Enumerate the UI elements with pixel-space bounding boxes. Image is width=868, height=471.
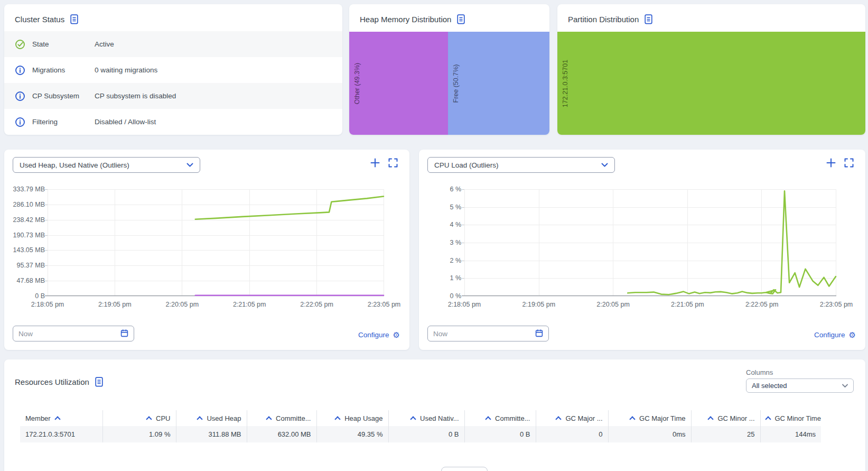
metric-selector[interactable]: CPU Load (Outliers) xyxy=(427,157,615,173)
series-cpu-load xyxy=(628,191,836,294)
status-row: StateActive xyxy=(4,31,342,57)
configure-label: Configure xyxy=(814,331,845,339)
resources-table: MemberCPUUsed HeapCommitte...Heap UsageU… xyxy=(20,410,821,442)
add-chart-icon[interactable] xyxy=(370,158,380,168)
column-header-label: GC Minor Time xyxy=(775,414,821,422)
x-axis-tick: 2:20:05 pm xyxy=(166,301,199,308)
status-row-label: Filtering xyxy=(32,118,95,126)
column-header-heap-usage[interactable]: Heap Usage xyxy=(316,410,388,426)
sort-asc-icon[interactable] xyxy=(629,416,635,422)
y-axis-tick: 286.10 MB xyxy=(4,201,45,208)
document-icon[interactable] xyxy=(644,14,653,24)
columns-select[interactable]: All selected xyxy=(746,378,854,393)
y-axis-tick: 143.05 MB xyxy=(4,246,45,254)
chevron-down-icon xyxy=(601,161,608,169)
y-axis-tick: 2 % xyxy=(419,257,461,264)
column-header-label: Heap Usage xyxy=(344,414,382,422)
sort-asc-icon[interactable] xyxy=(410,416,416,422)
sort-asc-icon[interactable] xyxy=(266,416,272,422)
table-cell: 632.00 MB xyxy=(247,426,316,442)
y-axis-tick: 95.37 MB xyxy=(4,262,45,269)
fullscreen-icon[interactable] xyxy=(844,158,854,168)
segment-label: Free (50.7%) xyxy=(452,64,460,103)
metric-selector[interactable]: Used Heap, Used Native (Outliers) xyxy=(13,157,200,173)
sort-asc-icon[interactable] xyxy=(556,416,562,422)
table-cell: 144ms xyxy=(760,426,821,442)
partition-distribution-card: Partition Distribution 172.21.0.3:5701 xyxy=(557,4,865,135)
partition-distribution-title: Partition Distribution xyxy=(568,15,639,24)
time-filter-value: Now xyxy=(18,330,33,338)
column-header-gc-major[interactable]: GC Major ... xyxy=(536,410,608,426)
table-row[interactable]: 172.21.0.3:57011.09 %311.88 MB632.00 MB4… xyxy=(20,426,821,442)
info-circle-icon xyxy=(15,91,25,101)
cluster-status-title: Cluster Status xyxy=(15,15,64,24)
column-header-committe[interactable]: Committe... xyxy=(464,410,536,426)
column-header-gc-major-time[interactable]: GC Major Time xyxy=(608,410,691,426)
used-heap-chart: 333.79 MB286.10 MB238.42 MB190.73 MB143.… xyxy=(4,150,409,350)
document-icon[interactable] xyxy=(456,14,465,24)
resources-utilization-header: Resources Utilization xyxy=(15,377,104,387)
y-axis-tick: 3 % xyxy=(419,239,461,246)
metric-selector-value: CPU Load (Outliers) xyxy=(434,161,499,169)
column-header-label: Used Nativ... xyxy=(420,414,459,422)
chevron-down-icon xyxy=(186,161,193,169)
y-axis-tick: 4 % xyxy=(419,221,461,228)
status-row-label: CP Subsystem xyxy=(32,92,95,100)
metric-selector-value: Used Heap, Used Native (Outliers) xyxy=(20,161,129,169)
column-header-gc-minor[interactable]: GC Minor ... xyxy=(691,410,760,426)
segment-label: 172.21.0.3:5701 xyxy=(562,59,569,107)
sort-asc-icon[interactable] xyxy=(54,416,60,422)
column-header-gc-minor-time[interactable]: GC Minor Time xyxy=(760,410,821,426)
y-axis-tick: 47.68 MB xyxy=(4,277,45,284)
status-row-value: 0 waiting migrations xyxy=(95,66,157,74)
distribution-segment[interactable]: Free (50.7%) xyxy=(448,32,549,135)
sort-asc-icon[interactable] xyxy=(708,416,714,422)
table-cell: 25 xyxy=(691,426,760,442)
table-cell: 172.21.0.3:5701 xyxy=(20,426,102,442)
chart-plot-area xyxy=(48,189,384,296)
configure-link[interactable]: Configure ⚙ xyxy=(814,331,856,339)
y-axis-tick: 6 % xyxy=(419,186,461,193)
calendar-icon xyxy=(535,329,543,339)
x-axis-tick: 2:22:05 pm xyxy=(745,301,779,308)
table-cell: 0ms xyxy=(608,426,691,442)
time-filter-input[interactable]: Now xyxy=(13,326,134,341)
column-header-committe[interactable]: Committe... xyxy=(247,410,316,426)
sort-asc-icon[interactable] xyxy=(765,416,771,422)
time-filter-input[interactable]: Now xyxy=(427,326,549,341)
fullscreen-icon[interactable] xyxy=(388,158,398,168)
configure-link[interactable]: Configure ⚙ xyxy=(358,331,400,339)
column-header-label: Used Heap xyxy=(207,414,241,422)
status-row: CP SubsystemCP subsystem is disabled xyxy=(4,83,342,109)
column-header-member[interactable]: Member xyxy=(20,410,102,426)
x-axis-tick: 2:21:05 pm xyxy=(671,301,704,308)
rows-per-page-select[interactable] xyxy=(441,467,488,471)
table-cell: 0 xyxy=(536,426,608,442)
sort-asc-icon[interactable] xyxy=(197,416,203,422)
heap-distribution-header: Heap Memory Distribution xyxy=(349,4,549,31)
chart-plot-area xyxy=(464,189,836,296)
document-icon[interactable] xyxy=(95,377,104,387)
distribution-segment[interactable]: 172.21.0.3:5701 xyxy=(557,32,865,135)
column-header-used-nativ[interactable]: Used Nativ... xyxy=(388,410,464,426)
resources-utilization-card: Columns All selected Resources Utilizati… xyxy=(4,359,865,471)
x-axis-tick: 2:22:05 pm xyxy=(300,301,333,308)
column-header-cpu[interactable]: CPU xyxy=(102,410,176,426)
column-header-label: GC Major ... xyxy=(565,414,602,422)
sort-asc-icon[interactable] xyxy=(335,416,341,422)
document-icon[interactable] xyxy=(70,14,79,24)
add-chart-icon[interactable] xyxy=(826,158,836,168)
x-axis-tick: 2:19:05 pm xyxy=(522,301,556,308)
distribution-segment[interactable]: Other (49.3%) xyxy=(349,32,448,135)
x-axis-tick: 2:18:05 pm xyxy=(448,301,481,308)
used-heap-chart-card: Used Heap, Used Native (Outliers) 333.79… xyxy=(4,150,409,350)
table-cell: 0 B xyxy=(464,426,536,442)
x-axis-tick: 2:19:05 pm xyxy=(98,301,132,308)
column-header-used-heap[interactable]: Used Heap xyxy=(176,410,247,426)
sort-asc-icon[interactable] xyxy=(485,416,491,422)
cluster-status-card: Cluster Status StateActiveMigrations0 wa… xyxy=(4,4,342,135)
sort-asc-icon[interactable] xyxy=(146,416,152,422)
y-axis-tick: 0 B xyxy=(4,292,45,300)
status-row-value: Active xyxy=(95,40,114,48)
resources-utilization-title: Resources Utilization xyxy=(15,377,89,386)
